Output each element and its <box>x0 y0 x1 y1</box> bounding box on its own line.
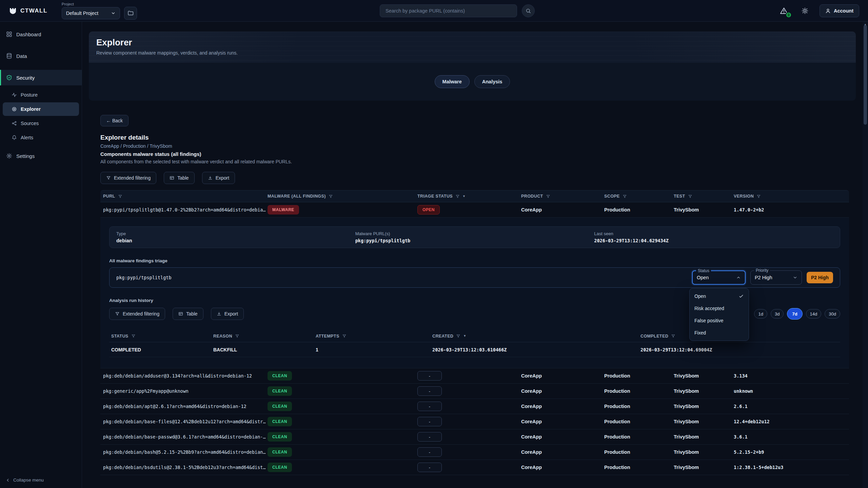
sidebar: Dashboard Data Security Posture Explorer… <box>0 22 82 488</box>
export-button[interactable]: Export <box>202 172 235 184</box>
table-row[interactable]: pkg:deb/debian/base-passwd@3.6.1?arch=am… <box>100 429 849 445</box>
project-select[interactable]: Default Project <box>62 7 120 19</box>
menu-item-open[interactable]: Open <box>690 290 749 302</box>
menu-item-risk-accepted[interactable]: Risk accepted <box>690 302 749 314</box>
chevron-down-icon <box>111 11 116 16</box>
sidebar-item-data[interactable]: Data <box>0 48 82 64</box>
column-header-malware: MALWARE (ALL FINDINGS) <box>268 194 417 199</box>
row-malware-cell: CLEAN <box>268 447 417 457</box>
triage-dash-pill: - <box>417 371 442 381</box>
alerts-button[interactable]: 0 <box>777 4 790 17</box>
filter-icon[interactable] <box>623 194 627 199</box>
account-label: Account <box>834 8 853 14</box>
clean-badge: CLEAN <box>268 371 292 381</box>
analysis-table-view-button[interactable]: Table <box>173 308 203 320</box>
search-input[interactable] <box>380 4 517 17</box>
sidebar-item-sources[interactable]: Sources <box>3 117 79 130</box>
row-triage-cell: - <box>417 402 521 411</box>
theme-toggle-button[interactable] <box>798 4 811 17</box>
filter-icon[interactable] <box>342 334 347 338</box>
run-row[interactable]: COMPLETED BACKFILL 1 2026-03-29T13:12:03… <box>109 342 840 357</box>
sidebar-label: Alerts <box>21 135 33 140</box>
menu-item-fixed[interactable]: Fixed <box>690 327 749 339</box>
sidebar-item-settings[interactable]: Settings <box>0 148 82 164</box>
row-version: 5.2.15-2+b9 <box>734 449 849 455</box>
status-select[interactable]: Status Open Open Risk accepted <box>692 270 746 285</box>
sidebar-item-alerts[interactable]: Alerts <box>3 131 79 144</box>
row-triage-cell: - <box>417 447 521 457</box>
sidebar-item-security[interactable]: Security <box>0 70 82 85</box>
sidebar-label: Dashboard <box>16 32 41 37</box>
column-header-attempts: ATTEMPTS <box>314 334 430 339</box>
range-pill-14d[interactable]: 14d <box>806 309 822 319</box>
filter-icon[interactable] <box>688 194 692 199</box>
sort-desc-icon: ▼ <box>463 334 466 338</box>
range-pill-3d[interactable]: 3d <box>771 309 784 319</box>
row-scope: Production <box>604 434 674 440</box>
priority-select[interactable]: Priority P2 High <box>750 270 802 285</box>
table-row[interactable]: pkg:deb/debian/base-files@12.4%2Bdeb12u1… <box>100 414 849 429</box>
row-product: CoreApp <box>521 388 604 394</box>
page-scrollbar[interactable]: ▲ <box>863 22 868 488</box>
button-label: Table <box>177 175 189 181</box>
row-test: TrivySbom <box>674 207 734 212</box>
row-triage-cell: - <box>417 386 521 396</box>
tab-analysis[interactable]: Analysis <box>474 75 510 88</box>
table-row[interactable]: pkg:deb/debian/apt@2.6.1?arch=amd64&dist… <box>100 399 849 414</box>
filter-icon[interactable] <box>235 334 239 338</box>
row-product: CoreApp <box>521 434 604 440</box>
analysis-extended-filtering-button[interactable]: Extended filtering <box>109 308 165 320</box>
page-subtitle: Review component malware mappings, verdi… <box>96 50 848 56</box>
project-folder-button[interactable] <box>124 7 137 20</box>
filter-icon[interactable] <box>131 334 136 338</box>
malware-badge: MALWARE <box>268 205 299 215</box>
row-test: TrivySbom <box>674 388 734 394</box>
account-button[interactable]: Account <box>820 4 859 17</box>
table-row-malware[interactable]: pkg:pypi/tpsplitlgtb@1.47.0-2%2Bb2?arch=… <box>100 202 849 218</box>
row-version: 1.47.0-2+b2 <box>734 207 849 212</box>
table-row[interactable]: pkg:deb/debian/adduser@3.134?arch=all&di… <box>100 368 849 384</box>
row-test: TrivySbom <box>674 419 734 424</box>
row-version: unknown <box>734 388 849 394</box>
range-pill-1d[interactable]: 1d <box>754 309 767 319</box>
sidebar-item-posture[interactable]: Posture <box>3 88 79 102</box>
sidebar-item-dashboard[interactable]: Dashboard <box>0 26 82 42</box>
tab-malware[interactable]: Malware <box>435 75 470 88</box>
table-view-button[interactable]: Table <box>164 172 194 184</box>
filter-icon[interactable] <box>118 194 122 199</box>
filter-icon[interactable] <box>455 194 460 199</box>
filter-icon[interactable] <box>546 194 550 199</box>
table-row[interactable]: pkg:deb/debian/bsdutils@2.38.1-5%2Bdeb12… <box>100 460 849 475</box>
menu-item-false-positive[interactable]: False positive <box>690 314 749 327</box>
search-button[interactable] <box>522 4 535 17</box>
breadcrumb[interactable]: CoreApp / Production / TrivySbom <box>100 143 849 149</box>
filter-icon[interactable] <box>456 334 460 338</box>
project-label: Project <box>62 2 120 6</box>
button-label: Export <box>216 175 229 181</box>
scrollbar-thumb[interactable] <box>864 25 867 125</box>
project-select-group: Project Default Project <box>62 0 120 22</box>
row-product: CoreApp <box>521 449 604 455</box>
filter-icon[interactable] <box>756 194 761 199</box>
analysis-export-button[interactable]: Export <box>211 308 244 320</box>
row-scope: Production <box>604 419 674 424</box>
table-row[interactable]: pkg:deb/debian/bash@5.2.15-2%2Bb9?arch=a… <box>100 445 849 460</box>
row-malware-cell: CLEAN <box>268 402 417 411</box>
status-select-value: Open <box>697 275 709 280</box>
triage-dash-pill: - <box>417 417 442 426</box>
row-product: CoreApp <box>521 207 604 212</box>
view-tabs: Malware Analysis <box>89 63 856 101</box>
range-pill-7d-selected[interactable]: 7d <box>787 308 802 320</box>
column-header-purl: PURL <box>100 194 268 199</box>
back-button[interactable]: ← Back <box>100 115 129 126</box>
sidebar-item-explorer[interactable]: Explorer <box>3 102 79 116</box>
collapse-menu-button[interactable]: Collapse menu <box>5 477 44 483</box>
filter-icon[interactable] <box>329 194 333 199</box>
filter-icon[interactable] <box>671 334 675 338</box>
component-meta-card: Type debian Malware PURL(s) pkg:pypi/tps… <box>109 226 840 248</box>
table-row[interactable]: pkg:generic/app%2Fmyapp@unknown CLEAN - … <box>100 384 849 399</box>
database-icon <box>6 53 12 59</box>
extended-filtering-button[interactable]: Extended filtering <box>100 172 156 184</box>
range-pill-30d[interactable]: 30d <box>825 309 840 319</box>
column-header-test: TEST <box>674 194 734 199</box>
